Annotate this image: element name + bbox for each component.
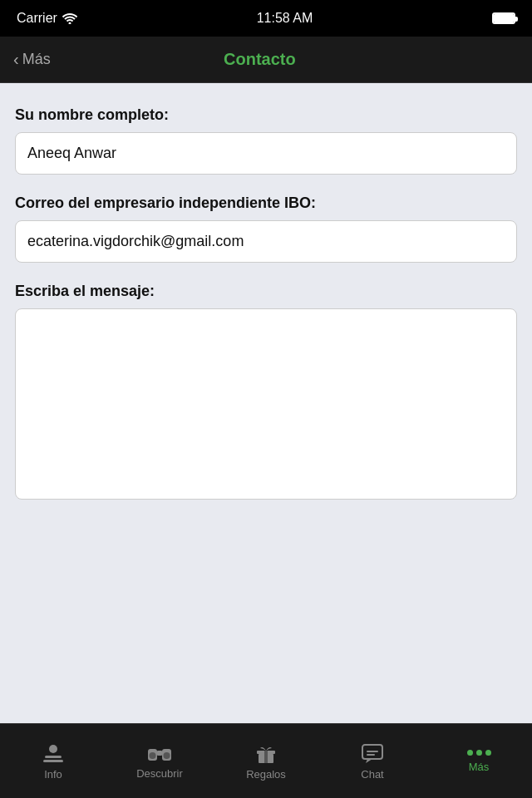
carrier-info: Carrier: [17, 11, 77, 26]
svg-rect-1: [45, 756, 62, 758]
status-bar: Carrier 11:58 AM: [0, 0, 532, 37]
tab-descubrir-label: Descubrir: [136, 767, 183, 780]
svg-point-0: [49, 745, 57, 753]
svg-rect-11: [264, 751, 268, 754]
back-chevron-icon: ‹: [13, 50, 19, 69]
battery-icon: [492, 12, 515, 24]
tab-mas-label: Más: [469, 761, 490, 773]
back-button[interactable]: ‹ Más: [13, 50, 51, 69]
nav-bar: ‹ Más Contacto: [0, 37, 532, 83]
tab-regalos[interactable]: Regalos: [213, 724, 319, 798]
name-input[interactable]: [15, 132, 517, 175]
time-label: 11:58 AM: [257, 11, 313, 26]
message-label: Escriba el mensaje:: [15, 283, 517, 300]
main-content: Su nombre completo: Correo del empresari…: [0, 83, 532, 723]
page-title: Contacto: [224, 50, 296, 69]
svg-rect-2: [43, 760, 63, 762]
tab-descubrir[interactable]: Descubrir: [106, 724, 213, 798]
person-icon: [42, 741, 65, 765]
tab-mas[interactable]: Más: [426, 724, 532, 798]
svg-point-7: [164, 752, 170, 759]
wifi-icon: [62, 12, 77, 24]
email-input[interactable]: [15, 220, 517, 263]
name-label: Su nombre completo:: [15, 106, 517, 124]
back-label: Más: [22, 51, 51, 68]
svg-rect-14: [367, 751, 378, 752]
tab-info-label: Info: [44, 768, 62, 781]
svg-rect-15: [367, 754, 375, 756]
message-textarea[interactable]: [15, 308, 517, 500]
tab-info[interactable]: Info: [0, 724, 106, 798]
tab-bar: Info Descubrir Regalos: [0, 723, 532, 798]
gift-icon: [254, 741, 278, 765]
more-dots-icon: [467, 750, 491, 756]
tab-regalos-label: Regalos: [246, 768, 286, 781]
chat-icon: [361, 741, 384, 765]
tab-chat[interactable]: Chat: [319, 724, 426, 798]
binoculars-icon: [147, 742, 172, 764]
svg-point-6: [150, 752, 156, 759]
carrier-label: Carrier: [17, 11, 57, 26]
tab-chat-label: Chat: [361, 768, 383, 781]
email-label: Correo del empresario independiente IBO:: [15, 195, 517, 212]
svg-rect-5: [157, 751, 162, 756]
